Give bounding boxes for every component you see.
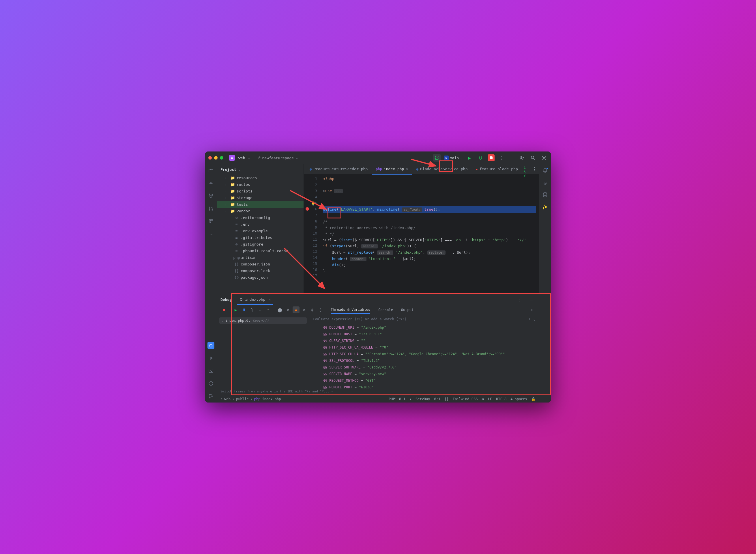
tree-item-artisan[interactable]: phpartisan [217,254,304,261]
tree-item-.phpunit.result.cache[interactable]: ≡.phpunit.result.cache [217,247,304,254]
view-breakpoints-icon[interactable]: ⬤ [276,307,283,313]
output-tab[interactable]: Output [401,306,414,314]
layout-icon[interactable]: ⊞ [529,307,536,313]
variable-row[interactable]: §§HTTP_SEC_CH_UA_MOBILE = "?0" [309,344,539,351]
stack-frame[interactable]: ▫ index.php:6, {main}() [219,317,307,324]
intention-bulb-icon[interactable]: 💡 [311,201,315,207]
variable-row[interactable]: §§SSL_PROTOCOL = "TLSv1.3" [309,357,539,364]
maximize-window[interactable] [220,156,223,160]
tree-item-.env.example[interactable]: ≡.env.example [217,228,304,234]
tailwind-label[interactable]: Tailwind CSS [453,397,478,401]
threads-tab[interactable]: Threads & Variables [331,306,370,314]
search-icon[interactable] [529,154,537,162]
breadcrumb[interactable]: ▫web ›public ›phpindex.php [220,397,281,401]
minimize-window[interactable] [214,156,218,160]
close-icon[interactable]: × [269,297,271,301]
close-tab-icon[interactable]: × [406,167,408,171]
structure-icon[interactable] [208,218,214,225]
code-editor[interactable]: 💡 1234567891011121314151617 <?php >use .… [304,175,539,294]
frames-panel[interactable]: ▫ index.php:6, {main}() [217,315,309,395]
step-over-icon[interactable]: ⤵ [249,307,255,313]
pull-requests-icon[interactable] [208,205,214,212]
tab-BladeCacheService.php[interactable]: ◎BladeCacheService.php [413,164,471,175]
prettier-icon[interactable]: ✻ [482,397,484,401]
project-panel-header[interactable]: Project ⌄ [217,164,304,175]
step-out-icon[interactable]: ↑ [265,307,272,313]
stop-button[interactable] [488,154,495,161]
code-with-me-icon[interactable] [518,154,526,162]
run-config[interactable]: U main ⌄ [444,156,462,160]
debug-session-tab[interactable]: index.php × [237,294,273,305]
problems-icon[interactable] [208,380,214,387]
terminal-icon[interactable] [208,367,214,374]
cursor-position[interactable]: 6:1 [434,397,441,401]
mute-breakpoints-icon[interactable]: ⊘ [284,307,291,313]
tree-item-composer.json[interactable]: {}composer.json [217,261,304,268]
code-content[interactable]: <?php >use ... define('LARAVEL_START', m… [320,175,539,294]
resume-icon[interactable]: ▶ [232,307,239,313]
project-tree[interactable]: ›📁resources›📁routes›📁scripts›📁storage›📁t… [217,175,304,294]
debug-more-icon[interactable]: ⋮ [317,307,324,313]
console-tab[interactable]: Console [378,306,393,314]
gitlab-icon[interactable] [208,192,214,200]
evaluate-bar[interactable]: Evaluate expression (⌥⇧) or add a watch … [309,315,539,323]
variable-row[interactable]: §§REMOTE_HOST = "127.0.0.1" [309,331,539,338]
add-watch-icon[interactable]: + [529,317,531,321]
variable-row[interactable]: §§QUERY_STRING = "" [309,338,539,344]
servbay-label[interactable]: ServBay [416,397,430,401]
evaluate-icon[interactable]: ☺ [301,307,308,313]
stop-debug-icon[interactable]: ◼ [220,307,227,313]
ai-assistant-icon[interactable]: ◎ [542,179,548,186]
debug-tool-icon[interactable] [208,342,214,349]
tree-item-.gitignore[interactable]: ⊘.gitignore [217,241,304,247]
tab-index.php[interactable]: phpindex.php× [372,164,412,175]
filter-icon[interactable]: ⇶ [309,307,316,313]
variable-row[interactable]: §§REMOTE_PORT = "61030" [309,384,539,391]
pause-icon[interactable]: ⏸ [240,307,247,313]
more-tools-icon[interactable]: ⋯ [208,230,214,237]
tree-item-scripts[interactable]: ›📁scripts [217,188,304,195]
tree-item-routes[interactable]: ›📁routes [217,181,304,188]
database-icon[interactable] [542,191,548,198]
tree-item-storage[interactable]: ›📁storage [217,195,304,201]
variable-row[interactable]: §§SERVER_NAME = "servbay.new" [309,371,539,377]
tree-item-.gitattributes[interactable]: ≡.gitattributes [217,234,304,241]
more-icon[interactable]: ⋮ [498,154,505,162]
variable-row[interactable]: §§REQUEST_METHOD = "GET" [309,377,539,384]
project-name[interactable]: web [238,156,245,160]
tab-feature.blade.php[interactable]: ▰feature.blade.php [472,164,521,175]
variable-row[interactable]: §§HTTP_SEC_CH_UA = ""Chromium";v="124", … [309,351,539,357]
variable-row[interactable]: §§SERVER_SOFTWARE = "Caddy/v2.7.6" [309,364,539,371]
toggle-icon[interactable]: ◆ [292,307,300,313]
variables-list[interactable]: §§DOCUMENT_URI = "/index.php"§§REMOTE_HO… [309,323,539,395]
tree-item-composer.lock[interactable]: {}composer.lock [217,268,304,274]
vcs-branch[interactable]: ⎇ newfeaturepage ⌄ [256,156,298,160]
tabs-more-icon[interactable]: ⋮ [532,166,537,173]
indent[interactable]: 4 spaces [510,397,527,401]
close-tip-icon[interactable]: × [331,390,333,393]
vcs-log-icon[interactable] [208,393,214,400]
close-window[interactable] [208,156,212,160]
php-version[interactable]: PHP: 8.1 [389,397,406,401]
minimize-panel-icon[interactable]: — [528,296,536,303]
commit-tool-icon[interactable] [208,180,214,187]
tree-item-tests[interactable]: ›📁tests [217,201,304,208]
tab-ProductFeatureSeeder.php[interactable]: ◎ProductFeatureSeeder.php [306,164,371,175]
debug-listen-button[interactable] [433,154,441,162]
tree-item-resources[interactable]: ›📁resources [217,175,304,181]
project-tool-icon[interactable] [208,167,214,174]
step-into-icon[interactable]: ↓ [257,307,263,313]
lock-icon[interactable]: 🔒 [531,397,536,401]
project-badge[interactable]: W [229,155,235,161]
line-ending[interactable]: LF [488,397,492,401]
tree-item-package.json[interactable]: {}package.json [217,274,304,281]
gutter[interactable]: 💡 1234567891011121314151617 [304,175,320,294]
run-button[interactable]: ▶ [466,154,473,162]
tree-item-.env[interactable]: ≡.env [217,221,304,228]
project-chevron-icon[interactable]: ⌄ [248,156,250,160]
encoding[interactable]: UTF-8 [496,397,506,401]
expand-icon[interactable]: ⌄ [534,317,536,321]
tree-item-vendor[interactable]: ›📁vendor [217,208,304,214]
debug-options-icon[interactable]: ⋮ [516,296,523,303]
tree-item-.editorconfig[interactable]: ⚙.editorconfig [217,214,304,221]
